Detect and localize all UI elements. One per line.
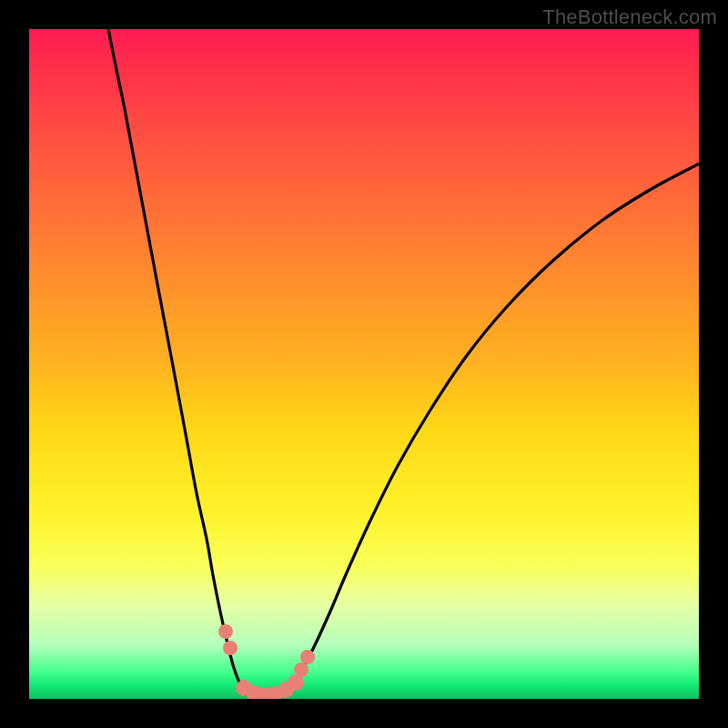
plot-area bbox=[29, 29, 699, 699]
curve-layer bbox=[29, 29, 699, 699]
data-dot bbox=[300, 650, 315, 664]
data-dot bbox=[223, 641, 238, 655]
data-dot bbox=[218, 624, 233, 639]
bottleneck-curve bbox=[108, 29, 699, 698]
chart-frame: TheBottleneck.com bbox=[0, 0, 728, 728]
watermark-text: TheBottleneck.com bbox=[542, 5, 717, 29]
data-dot bbox=[288, 674, 304, 691]
